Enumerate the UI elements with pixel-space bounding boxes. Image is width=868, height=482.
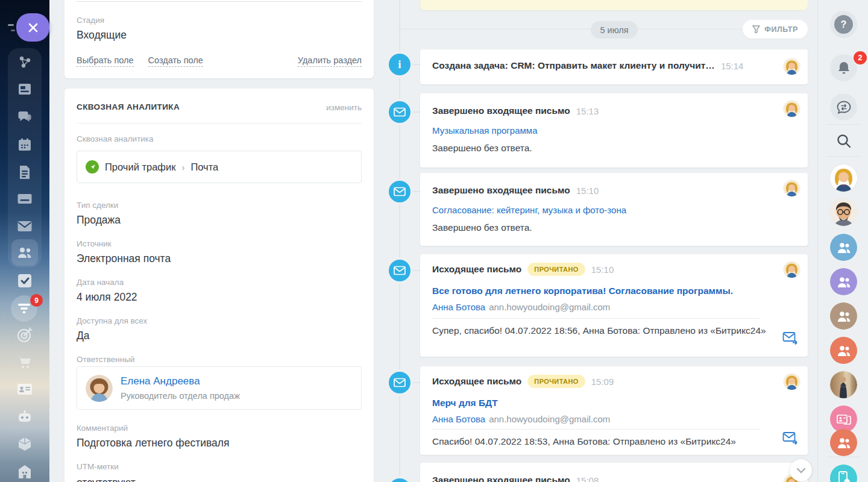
timeline-entry-incoming-mail[interactable]: Завершено входящее письмо 15:13 Музыкаль…: [420, 93, 808, 167]
date-separator-line: [400, 29, 743, 30]
entry-title[interactable]: Исходящее письмо: [432, 376, 521, 387]
start-date-label: Дата начала: [77, 278, 124, 287]
utm-value[interactable]: отсутствуют: [77, 477, 136, 482]
connector: [410, 64, 421, 65]
people-icon[interactable]: [11, 239, 38, 266]
timeline-entry-task[interactable]: Создана задача: CRM: Отправить макет кли…: [420, 49, 808, 84]
entry-time: 15:10: [591, 264, 614, 275]
entry-time: 15:08: [576, 475, 599, 482]
timeline-entry-outgoing-mail[interactable]: Исходящее письмо ПРОЧИТАНО 15:10 Все гот…: [420, 254, 808, 357]
group-brown-icon[interactable]: [830, 302, 857, 330]
responsible-label: Ответственный: [77, 355, 134, 364]
entry-author-avatar[interactable]: [784, 261, 800, 278]
create-field-link[interactable]: Создать поле: [148, 55, 203, 67]
timeline-entry-incoming-mail[interactable]: Завершено входящее письмо 15:08: [420, 463, 808, 482]
entry-author-avatar[interactable]: [784, 180, 800, 196]
mail-subject-link[interactable]: Мерч для БДТ: [432, 398, 498, 408]
cube-icon[interactable]: [17, 436, 33, 452]
phone-cloud-icon[interactable]: [830, 465, 857, 482]
close-icon: [28, 23, 38, 33]
mail-event-icon: [389, 372, 410, 393]
building-icon[interactable]: [17, 464, 33, 478]
mail-divider: [432, 318, 760, 319]
messenger-button[interactable]: [830, 93, 857, 120]
bell-icon: [837, 61, 851, 75]
comment-value[interactable]: Подготовка летнего фестиваля: [77, 437, 230, 449]
document-icon[interactable]: [17, 164, 32, 180]
mail-event-icon: [389, 478, 410, 482]
entry-title[interactable]: Создана задача: CRM: Отправить макет кли…: [432, 60, 715, 71]
sender-name-link[interactable]: Анна Ботова: [432, 414, 485, 424]
group-orange-icon[interactable]: [830, 337, 857, 364]
help-button[interactable]: ?: [830, 11, 857, 38]
group-purple-icon[interactable]: [830, 268, 857, 295]
connector: [410, 191, 421, 192]
mail-event-icon: [389, 101, 410, 123]
stage-section-card: Стадия Входящие Выбрать поле Создать пол…: [64, 0, 374, 78]
deal-type-label: Тип сделки: [77, 201, 118, 210]
mail-sender-row: Анна Ботоваann.howyoudoing@gmail.com: [432, 414, 610, 424]
available-label: Доступна для всех: [77, 316, 147, 325]
mail-event-icon: [389, 260, 410, 281]
source-value[interactable]: Электронная почта: [77, 252, 171, 265]
traffic-source-root: Прочий трафик: [105, 161, 175, 173]
mail-subject-link[interactable]: Музыкальная программа: [432, 125, 537, 136]
calendar-icon[interactable]: [17, 137, 33, 152]
traffic-source-field[interactable]: Прочий трафик › Почта: [77, 151, 362, 183]
entry-title[interactable]: Завершено входящее письмо: [432, 185, 570, 196]
group-blue-icon[interactable]: [830, 234, 857, 261]
delete-section-link[interactable]: Удалить раздел: [298, 55, 362, 67]
tasks-icon[interactable]: [17, 273, 33, 289]
chat-icon[interactable]: [17, 109, 33, 125]
timeline-entry-incoming-mail[interactable]: Завершено входящее письмо 15:10 Согласов…: [420, 173, 808, 246]
mail-preview-text: Супер, спасибо! 04.07.2022 18:56, Анна Б…: [432, 323, 769, 338]
mail-forward-icon[interactable]: [782, 331, 798, 345]
target-icon[interactable]: [16, 327, 33, 343]
analytics-field-label: Сквозная аналитика: [77, 134, 154, 143]
drive-icon[interactable]: [17, 192, 33, 206]
feed-icon[interactable]: [17, 81, 33, 97]
mail-icon[interactable]: [17, 219, 33, 233]
entry-time: 15:10: [576, 186, 599, 196]
section-divider: [77, 123, 362, 124]
deal-type-value[interactable]: Продажа: [77, 214, 121, 227]
entry-author-avatar[interactable]: [784, 374, 800, 390]
timeline-entry-outgoing-mail[interactable]: Исходящее письмо ПРОЧИТАНО 15:09 Мерч дл…: [420, 366, 808, 455]
traffic-source-icon: [86, 160, 99, 174]
filter-label: ФИЛЬТР: [764, 25, 798, 34]
responsible-card[interactable]: Елена Андреева Руководитель отдела прода…: [77, 366, 362, 410]
stage-value[interactable]: Входящие: [77, 29, 127, 42]
notifications-badge: 2: [854, 51, 867, 64]
entry-title[interactable]: Исходящее письмо: [432, 264, 521, 275]
cart-icon[interactable]: [17, 355, 33, 369]
responsible-name[interactable]: Елена Андреева: [121, 375, 200, 387]
network-icon[interactable]: [17, 54, 33, 70]
start-date-value[interactable]: 4 июля 2022: [77, 291, 137, 304]
chevron-down-icon: [796, 468, 806, 474]
available-value[interactable]: Да: [77, 330, 90, 342]
entry-title[interactable]: Завершено входящее письмо: [432, 105, 570, 116]
mail-subject-link[interactable]: Все готово для летнего корпоратива! Согл…: [432, 286, 733, 296]
user-avatar-photo[interactable]: [830, 371, 857, 398]
mail-forward-icon[interactable]: [782, 431, 798, 445]
user-avatar-man[interactable]: [830, 199, 857, 226]
timeline-filter-button[interactable]: ФИЛЬТР: [743, 20, 808, 39]
connector: [410, 111, 421, 113]
entry-author-avatar[interactable]: [784, 101, 800, 117]
analytics-edit-link[interactable]: изменить: [326, 103, 362, 112]
close-panel-button[interactable]: [16, 13, 49, 42]
group-coral-icon[interactable]: [830, 429, 857, 456]
contact-card-icon[interactable]: [16, 383, 33, 396]
mail-subject-link[interactable]: Согласование: кейтеринг, музыка и фото-з…: [432, 205, 626, 215]
user-avatar-woman[interactable]: [830, 164, 857, 192]
search-button[interactable]: [830, 127, 857, 154]
robot-icon[interactable]: [17, 409, 33, 424]
sender-name-link[interactable]: Анна Ботова: [432, 302, 485, 312]
select-field-link[interactable]: Выбрать поле: [77, 55, 134, 67]
entry-author-avatar[interactable]: [784, 58, 800, 75]
scroll-down-button[interactable]: [790, 459, 812, 481]
entry-time: 15:09: [591, 377, 614, 387]
entry-body: Завершено без ответа.: [432, 220, 769, 235]
filter-funnel-icon: [752, 25, 760, 33]
entry-title[interactable]: Завершено входящее письмо: [432, 475, 570, 482]
